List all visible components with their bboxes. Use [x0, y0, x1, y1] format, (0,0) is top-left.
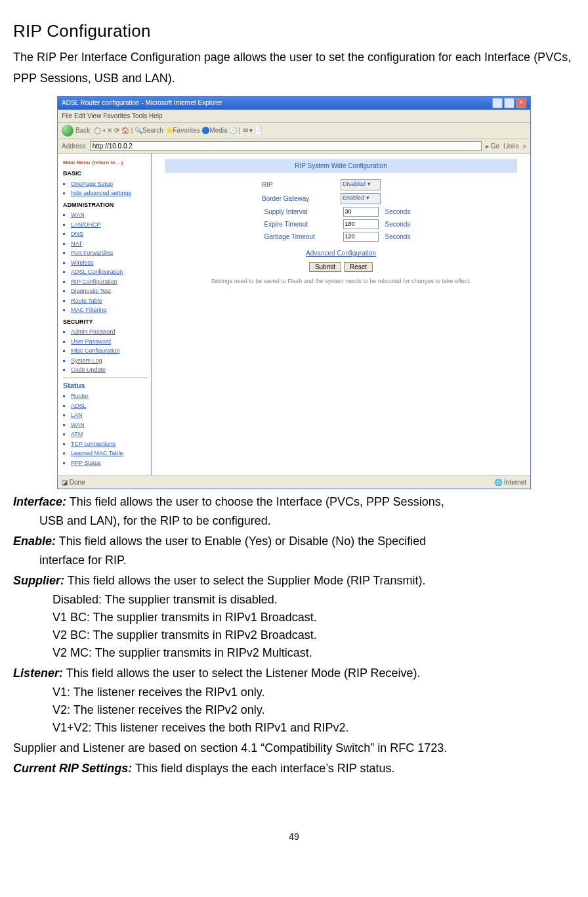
- sidebar-item[interactable]: LAN: [71, 411, 148, 420]
- sidebar-item[interactable]: WAN: [71, 421, 148, 430]
- sidebar-item[interactable]: Route Table: [71, 297, 148, 306]
- browser-window: ADSL Router configuration - Microsoft In…: [57, 96, 531, 490]
- toolbar-icons[interactable]: ◯ ▪ ✕ ⟳ 🏠 | 🔍Search ⭐Favorites 🔵Media 🕘 …: [94, 125, 262, 135]
- save-note: Settings need to be saved to Flash and t…: [165, 277, 517, 286]
- sidebar-item[interactable]: Code Update: [71, 366, 148, 375]
- expire-timeout-input[interactable]: [343, 219, 379, 229]
- border-gateway-select[interactable]: Enabled ▾: [341, 193, 381, 204]
- sidebar-item[interactable]: Port Forwarding: [71, 249, 148, 258]
- supplier-v1bc: V1 BC: The supplier transmits in RIPv1 B…: [13, 609, 575, 626]
- sidebar-item[interactable]: Router: [71, 392, 148, 401]
- def-interface: Interface: This field allows the user to…: [13, 493, 575, 511]
- sidebar-item[interactable]: DNS: [71, 230, 148, 239]
- sidebar-item[interactable]: MAC Filtering: [71, 306, 148, 315]
- maximize-icon[interactable]: [504, 98, 514, 108]
- text: This field allows the user to choose the…: [66, 495, 444, 508]
- garbage-timeout-label: Garbage Timeout: [264, 232, 337, 242]
- def-supplier: Supplier: This field allows the user to …: [13, 572, 575, 590]
- advanced-config-link[interactable]: Advanced Configuration: [165, 248, 517, 258]
- browser-toolbar[interactable]: Back ◯ ▪ ✕ ⟳ 🏠 | 🔍Search ⭐Favorites 🔵Med…: [58, 123, 530, 139]
- submit-button[interactable]: Submit: [309, 262, 341, 272]
- text: This field allows the user to select the…: [63, 667, 421, 680]
- page-body: Main Menu (return to ...) BASIC OnePage …: [58, 154, 530, 476]
- status-zone: 🌐 Internet: [494, 477, 526, 487]
- def-current-rip: Current RIP Settings: This field display…: [13, 760, 575, 777]
- sidebar-item[interactable]: PPP Status: [71, 459, 148, 468]
- page-title: RIP Configuration: [13, 18, 575, 44]
- browser-statusbar: ◪ Done 🌐 Internet: [58, 475, 530, 489]
- supplier-v2mc: V2 MC: The supplier transmits in RIPv2 M…: [13, 644, 575, 662]
- sidebar-item[interactable]: Misc Configuration: [71, 347, 148, 356]
- term-enable: Enable:: [13, 535, 56, 548]
- sidebar-item[interactable]: User Password: [71, 338, 148, 347]
- term-interface: Interface:: [13, 495, 66, 508]
- back-button[interactable]: Back: [62, 125, 90, 137]
- sidebar-item[interactable]: hide advanced settings: [71, 189, 148, 198]
- sidebar-item[interactable]: ADSL: [71, 402, 148, 411]
- sidebar-item[interactable]: ATM: [71, 430, 148, 439]
- sidebar-group-admin: ADMINISTRATION: [63, 201, 148, 210]
- address-input[interactable]: [90, 141, 482, 151]
- def-interface-cont: USB and LAN), for the RIP to be configur…: [13, 512, 575, 530]
- text: This field allows the user to Enable (Ye…: [56, 535, 426, 548]
- sidebar-security-list: Admin Password User Password Misc Config…: [71, 328, 148, 375]
- sidebar-group-security: SECURITY: [63, 318, 148, 327]
- sidebar-item[interactable]: OnePage Setup: [71, 180, 148, 189]
- address-label: Address: [62, 141, 86, 151]
- sidebar: Main Menu (return to ...) BASIC OnePage …: [58, 154, 152, 476]
- sidebar-item[interactable]: Wireless: [71, 259, 148, 268]
- rip-label: RIP: [262, 180, 334, 190]
- screenshot-container: ADSL Router configuration - Microsoft In…: [13, 96, 575, 490]
- def-listener: Listener: This field allows the user to …: [13, 665, 575, 682]
- reset-button[interactable]: Reset: [344, 262, 373, 272]
- window-title-text: ADSL Router configuration - Microsoft In…: [62, 97, 222, 110]
- listener-v2: V2: The listener receives the RIPv2 only…: [13, 701, 575, 719]
- seconds-label: Seconds: [385, 232, 418, 242]
- close-icon[interactable]: ×: [516, 98, 526, 108]
- go-button[interactable]: ▸ Go: [486, 141, 499, 151]
- address-bar[interactable]: Address ▸ Go Links »: [58, 139, 530, 154]
- seconds-label: Seconds: [385, 219, 418, 229]
- listener-v1v2: V1+V2: This listener receives the both R…: [13, 719, 575, 737]
- sidebar-group-basic: BASIC: [63, 169, 148, 179]
- sidebar-item[interactable]: TCP connections: [71, 440, 148, 449]
- seconds-label: Seconds: [385, 207, 418, 217]
- term-listener: Listener:: [13, 667, 63, 680]
- supply-interval-label: Supply Interval: [264, 207, 337, 217]
- sidebar-item[interactable]: LAN/DHCP: [71, 221, 148, 230]
- links-chevron-icon[interactable]: »: [522, 141, 526, 151]
- border-gateway-label: Border Gateway: [262, 194, 334, 204]
- expire-timeout-label: Expire Timeout: [264, 219, 337, 229]
- sidebar-item[interactable]: Admin Password: [71, 328, 148, 337]
- intro-text: The RIP Per Interface Configuration page…: [13, 47, 575, 89]
- main-menu-heading: Main Menu (return to ...): [63, 156, 148, 167]
- sidebar-item[interactable]: Diagnostic Test: [71, 287, 148, 296]
- sidebar-status-list: Router ADSL LAN WAN ATM TCP connections …: [71, 392, 148, 468]
- supply-interval-input[interactable]: [343, 207, 379, 217]
- window-controls[interactable]: ×: [492, 98, 526, 108]
- window-titlebar: ADSL Router configuration - Microsoft In…: [58, 97, 530, 110]
- sidebar-admin-list: WAN LAN/DHCP DNS NAT Port Forwarding Wir…: [71, 211, 148, 315]
- browser-menubar[interactable]: File Edit View Favorites Tools Help: [58, 110, 530, 123]
- def-enable-cont: interface for RIP.: [13, 552, 575, 569]
- text: This field allows the user to select the…: [64, 574, 426, 587]
- term-current-rip: Current RIP Settings:: [13, 762, 132, 775]
- links-label[interactable]: Links: [503, 141, 518, 151]
- back-label: Back: [75, 125, 90, 135]
- content-panel: RIP System Wide Configuration RIPDisable…: [152, 154, 530, 476]
- sidebar-item[interactable]: Learned MAC Table: [71, 449, 148, 458]
- minimize-icon[interactable]: [492, 98, 503, 108]
- rfc-note: Supplier and Listener are based on secti…: [13, 739, 575, 757]
- supplier-disabled: Disabled: The supplier transmit is disab…: [13, 591, 575, 609]
- sidebar-item[interactable]: ADSL Configuration: [71, 268, 148, 277]
- def-enable: Enable: This field allows the user to En…: [13, 533, 575, 550]
- sidebar-item[interactable]: RIP Configuration: [71, 278, 148, 287]
- page-number: 49: [13, 830, 575, 844]
- garbage-timeout-input[interactable]: [343, 232, 379, 242]
- rip-select[interactable]: Disabled ▾: [341, 179, 381, 190]
- sidebar-item[interactable]: WAN: [71, 211, 148, 220]
- sidebar-item[interactable]: System Log: [71, 357, 148, 366]
- sidebar-status-heading: Status: [63, 378, 148, 391]
- listener-v1: V1: The listener receives the RIPv1 only…: [13, 684, 575, 701]
- sidebar-item[interactable]: NAT: [71, 240, 148, 249]
